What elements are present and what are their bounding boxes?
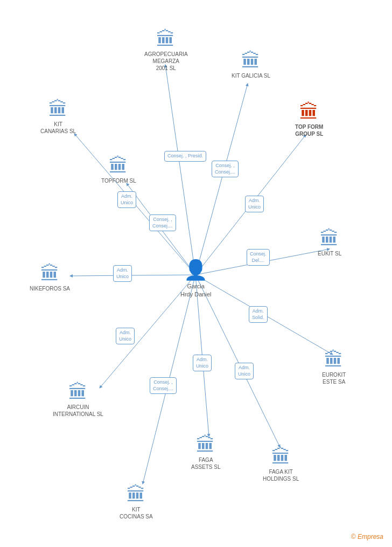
role-box-11[interactable]: Adm.Unico [235, 363, 254, 379]
node-faga-assets[interactable]: 🏛 FAGAASSETS SL [191, 435, 220, 470]
node-kit-canarias[interactable]: 🏛 KITCANARIAS SL [40, 100, 76, 135]
building-icon-eurokit-este: 🏛 [324, 350, 344, 370]
node-kit-galicia[interactable]: 🏛 KIT GALICIA SL [232, 51, 270, 79]
label-top-form: TOP FORMGROUP SL [295, 123, 323, 137]
node-agropecuaria[interactable]: 🏛 AGROPECUARIAMEGARZA2001 SL [144, 30, 188, 72]
node-nikeforos[interactable]: 🏛 NIKEFOROS SA [30, 264, 70, 292]
node-eurokit-este[interactable]: 🏛 EUROKITESTE SA [322, 350, 346, 385]
role-box-8[interactable]: Adm.Solid. [249, 306, 268, 323]
building-icon-kit-galicia: 🏛 [241, 51, 261, 71]
svg-line-6 [70, 275, 195, 276]
label-kit-galicia: KIT GALICIA SL [232, 72, 270, 79]
node-kit-cocinas[interactable]: 🏛 KITCOCINAS SA [120, 485, 153, 520]
role-box-9[interactable]: Adm.Unico [116, 328, 135, 344]
building-icon-topform: 🏛 [109, 156, 128, 176]
building-icon-faga-kit: 🏛 [271, 447, 291, 467]
watermark: © Empresa [351, 533, 383, 541]
building-icon-kit-cocinas: 🏛 [127, 485, 146, 504]
network-graph: 👤 Garcia Hrdy Daniel 🏛 AGROPECUARIAMEGAR… [0, 0, 392, 547]
role-box-12[interactable]: Consej. ,Consej.... [150, 377, 177, 394]
label-kit-canarias: KITCANARIAS SL [40, 121, 76, 135]
node-faga-kit[interactable]: 🏛 FAGA KITHOLDINGS SL [263, 447, 299, 482]
role-box-5[interactable]: Adm.Unico [245, 196, 264, 212]
label-topform: TOPFORM SL [101, 177, 136, 184]
label-eukit: EUKIT SL [318, 250, 341, 257]
label-faga-assets: FAGAASSETS SL [191, 456, 220, 470]
watermark-copyright: © [351, 533, 356, 541]
watermark-brand: Empresa [358, 533, 383, 541]
role-box-10[interactable]: Adm.Unico [193, 355, 212, 371]
building-icon-eukit: 🏛 [320, 229, 339, 248]
building-icon-aircuin: 🏛 [68, 383, 88, 402]
label-eurokit-este: EUROKITESTE SA [322, 371, 346, 385]
svg-line-0 [165, 65, 195, 275]
node-top-form[interactable]: 🏛 TOP FORMGROUP SL [295, 102, 323, 137]
person-name: Garcia Hrdy Daniel [180, 282, 211, 299]
role-box-3[interactable]: Adm.Unico [117, 191, 136, 208]
label-agropecuaria: AGROPECUARIAMEGARZA2001 SL [144, 51, 188, 72]
role-box-2[interactable]: Consej. ,Consej.... [212, 161, 239, 177]
center-person[interactable]: 👤 Garcia Hrdy Daniel [180, 259, 211, 299]
role-box-7[interactable]: Adm.Unico [113, 265, 132, 282]
person-icon: 👤 [184, 259, 208, 281]
role-box-1[interactable]: Consej. , Presid. [164, 151, 206, 162]
building-icon-nikeforos: 🏛 [40, 264, 60, 283]
building-icon-top-form: 🏛 [299, 102, 319, 122]
node-eukit[interactable]: 🏛 EUKIT SL [318, 229, 341, 257]
role-box-6[interactable]: Consej.Del.... [247, 249, 270, 266]
label-kit-cocinas: KITCOCINAS SA [120, 506, 153, 520]
node-aircuin[interactable]: 🏛 AIRCUININTERNATIONAL SL [53, 383, 103, 418]
label-aircuin: AIRCUININTERNATIONAL SL [53, 404, 103, 418]
building-icon-agropecuaria: 🏛 [156, 30, 176, 49]
label-nikeforos: NIKEFOROS SA [30, 285, 70, 292]
building-icon-faga-assets: 🏛 [196, 435, 215, 455]
svg-line-1 [195, 84, 248, 275]
building-icon-kit-canarias: 🏛 [48, 100, 68, 119]
role-box-4[interactable]: Consej. ,Consej.... [149, 214, 176, 231]
node-topform[interactable]: 🏛 TOPFORM SL [101, 156, 136, 184]
label-faga-kit: FAGA KITHOLDINGS SL [263, 468, 299, 482]
